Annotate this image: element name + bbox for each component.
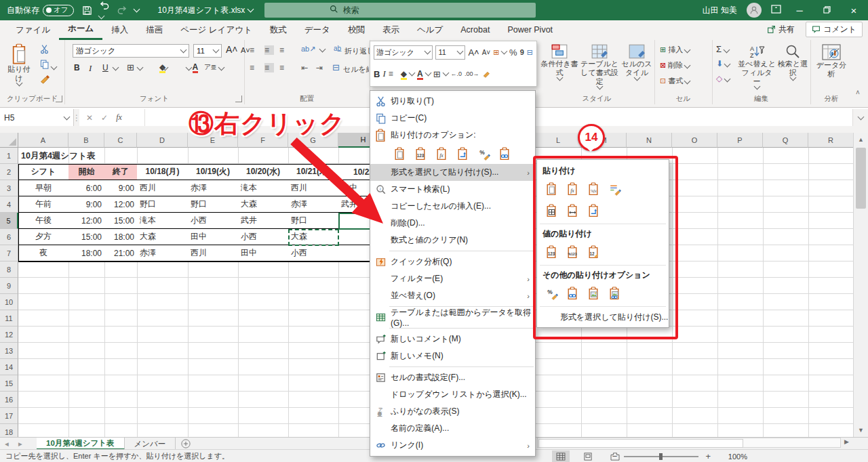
table-cell[interactable]: 早朝 <box>18 180 69 196</box>
column-header-Q[interactable]: Q <box>763 133 808 148</box>
row-header-4[interactable]: 4 <box>0 196 18 213</box>
table-cell[interactable]: 12:00 <box>68 213 105 229</box>
menu-item-2[interactable]: 貼り付けのオプション: <box>370 127 535 144</box>
fmt-pctbrush-icon[interactable]: % <box>542 285 560 302</box>
mini-font-size-select[interactable]: 11 <box>435 45 465 60</box>
user-name[interactable]: 山田 知美 <box>703 5 737 16</box>
mini-align-center-icon[interactable]: ≡ <box>389 69 398 79</box>
mini-comma-icon[interactable]: 9 <box>520 48 524 56</box>
table-cell[interactable]: 夕方 <box>18 229 69 245</box>
table-cell[interactable]: 赤澤 <box>288 196 339 213</box>
insert-cells-button[interactable]: ⊞ 挿入 <box>660 45 690 55</box>
row-header-1[interactable]: 1 <box>0 148 18 164</box>
ribbon-tab-3[interactable]: 描画 <box>137 20 172 40</box>
table-cell[interactable]: 西川 <box>288 180 339 196</box>
table-cell[interactable]: 15:00 <box>68 229 105 245</box>
search-box[interactable]: 検索 <box>264 3 536 18</box>
clip-link-icon[interactable] <box>496 145 513 163</box>
sheet-tab-members[interactable]: メンバー <box>125 438 176 450</box>
data-analysis-button[interactable]: データ分析 <box>814 43 848 79</box>
align-middle-icon[interactable]: ≡ <box>264 45 274 55</box>
row-header-3[interactable]: 3 <box>0 180 18 196</box>
borders-dropdown-icon[interactable] <box>137 64 144 71</box>
row-header-12[interactable]: 12 <box>0 327 18 343</box>
paste-special-footer-item[interactable]: 形式を選択して貼り付け(S)... <box>537 308 669 326</box>
menu-item-0[interactable]: 切り取り(T) <box>370 93 535 110</box>
ribbon-tab-0[interactable]: ファイル <box>7 20 59 40</box>
avatar[interactable] <box>747 3 762 18</box>
column-header-B[interactable]: B <box>68 133 104 148</box>
sheet-prev-icon[interactable]: ◂ <box>0 438 14 450</box>
table-header-cell[interactable]: 10/18(月) <box>137 164 189 180</box>
row-header-7[interactable]: 7 <box>0 245 18 261</box>
table-cell[interactable]: 大森 <box>238 196 289 213</box>
menu-item-7[interactable]: 削除(D)... <box>370 215 535 232</box>
underline-dropdown-icon[interactable] <box>113 64 119 71</box>
delete-cells-button[interactable]: ⊠ 削除 <box>660 60 690 70</box>
table-cell[interactable]: 午後 <box>18 213 69 229</box>
mini-merge-icon[interactable]: ⊟ <box>527 48 533 57</box>
scroll-right-icon[interactable]: ▶ <box>844 438 849 445</box>
clip-borders-icon[interactable] <box>542 202 560 219</box>
scroll-up-icon[interactable]: ▲ <box>854 133 868 146</box>
menu-item-22[interactable]: 名前の定義(A)... <box>370 420 535 437</box>
menu-item-6[interactable]: コピーしたセルの挿入(E)... <box>370 198 535 215</box>
table-header-cell[interactable]: 終了 <box>104 164 138 180</box>
clip-page-icon[interactable] <box>391 145 408 163</box>
column-header-L[interactable]: L <box>536 133 581 148</box>
horizontal-scroll-thumb[interactable] <box>538 439 743 448</box>
table-header-cell[interactable]: 10/20(水) <box>238 164 289 180</box>
column-header-A[interactable]: A <box>18 133 68 148</box>
row-header-18[interactable]: 18 <box>0 424 18 437</box>
share-button[interactable]: 共有 <box>762 22 800 37</box>
zoom-slider-thumb[interactable] <box>659 453 663 460</box>
clip-123-icon[interactable]: 123 <box>542 243 560 261</box>
mini-italic-button[interactable]: I <box>382 68 385 79</box>
mini-fill-color-icon[interactable]: ◆ <box>401 69 407 79</box>
find-select-button[interactable]: 検索と選択 <box>777 43 808 80</box>
ribbon-tab-11[interactable]: Power Pivot <box>498 20 561 40</box>
table-cell[interactable]: 6:00 <box>68 180 105 196</box>
table-cell[interactable]: 西川 <box>188 245 239 261</box>
ribbon-display-options-icon[interactable] <box>771 5 781 16</box>
mini-increase-font-icon[interactable]: A˄ <box>468 47 479 58</box>
mini-font-name-select[interactable]: 游ゴシック <box>374 45 433 60</box>
table-cell[interactable]: 小西 <box>188 213 239 229</box>
borders-icon[interactable]: ⊞ <box>127 62 134 72</box>
clip-fx-icon[interactable]: fx <box>564 180 581 198</box>
clip-colwidth-icon[interactable] <box>564 202 581 219</box>
table-cell[interactable]: 滝本 <box>137 213 189 229</box>
comments-button[interactable]: コメント <box>806 22 863 37</box>
table-cell[interactable]: 15:00 <box>104 213 138 229</box>
clip-transpose-icon[interactable] <box>454 145 471 163</box>
name-box[interactable]: H5 <box>0 109 74 126</box>
table-cell[interactable]: 夜 <box>18 245 69 261</box>
zoom-out-icon[interactable]: − <box>612 451 618 461</box>
phonetic-icon[interactable]: ア亜 <box>204 62 216 72</box>
copy-icon[interactable] <box>39 59 56 71</box>
increase-font-icon[interactable]: A˄ <box>226 44 238 55</box>
mini-bold-button[interactable]: B <box>374 69 380 79</box>
mini-decrease-decimal-icon[interactable]: ←.0 <box>451 70 462 77</box>
row-header-8[interactable]: 8 <box>0 261 18 278</box>
menu-item-19[interactable]: セルの書式設定(F)... <box>370 369 535 386</box>
insert-function-icon[interactable]: fx <box>116 112 122 123</box>
menu-item-14[interactable]: テーブルまたは範囲からデータを取得(G)... <box>370 309 535 326</box>
format-button[interactable]: ⊡ 書式 <box>660 76 690 86</box>
table-cell[interactable]: 田中 <box>188 229 239 245</box>
bold-button[interactable]: B <box>74 63 80 72</box>
column-header-D[interactable]: D <box>137 133 188 148</box>
table-cell[interactable]: 18:00 <box>104 229 138 245</box>
table-header-cell[interactable]: 10/19(火) <box>188 164 239 180</box>
ribbon-tab-4[interactable]: ページ レイアウト <box>172 20 261 40</box>
normal-view-icon[interactable] <box>552 450 570 462</box>
cell-styles-button[interactable]: セルのスタイル <box>620 43 653 80</box>
ribbon-tab-8[interactable]: 表示 <box>374 20 408 40</box>
row-header-9[interactable]: 9 <box>0 278 18 294</box>
mini-format-table-icon[interactable]: ⊞ <box>493 48 499 57</box>
table-cell[interactable]: 9:00 <box>104 180 138 196</box>
ribbon-tab-7[interactable]: 校閲 <box>339 20 374 40</box>
close-button[interactable]: × <box>845 5 863 16</box>
column-header-N[interactable]: N <box>627 133 672 148</box>
zoom-slider[interactable] <box>624 456 698 457</box>
